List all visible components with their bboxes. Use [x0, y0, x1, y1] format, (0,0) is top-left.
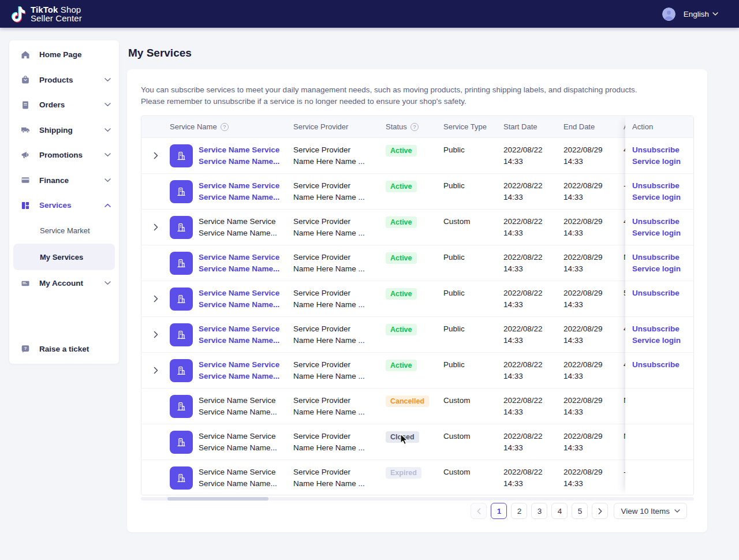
table-row: Service Name ServiceService Name Name...…	[141, 174, 693, 210]
service-login-link[interactable]: Service login	[632, 335, 693, 346]
row-expand-icon[interactable]	[151, 364, 161, 376]
row-expand-icon[interactable]	[151, 328, 161, 341]
user-avatar[interactable]	[662, 8, 675, 21]
sidebar-item-raise-a-ticket[interactable]: ? Raise a ticket	[9, 337, 119, 362]
service-provider-cell: Service ProviderName Here Name ...	[293, 317, 386, 352]
unsubscribe-link[interactable]: Unsubscribe	[632, 252, 693, 263]
sidebar-item-home-page[interactable]: Home Page	[9, 42, 119, 68]
chevron-down-icon	[674, 509, 680, 513]
horizontal-scrollbar-thumb[interactable]	[167, 497, 268, 501]
help-icon[interactable]: ?	[221, 123, 229, 131]
start-date-cell: 2022/08/2214:33	[503, 317, 563, 352]
unsubscribe-link[interactable]: Unsubscribe	[632, 144, 693, 156]
service-type-cell: Public	[443, 138, 503, 173]
pagination-next-button[interactable]	[592, 503, 608, 519]
unsubscribe-link[interactable]: Unsubscribe	[632, 323, 693, 335]
sidebar-item-finance[interactable]: Finance	[9, 168, 119, 193]
table-row: Service Name ServiceService Name Name...…	[141, 210, 693, 245]
chevron-icon	[104, 178, 111, 182]
col-service-provider: Service Provider	[293, 122, 348, 131]
page-description: You can subscribe services to meet your …	[141, 84, 662, 107]
start-date-cell: 2022/08/2214:33	[503, 424, 563, 460]
end-date-cell: 2022/08/2914:33	[563, 353, 624, 388]
logo-seller-center: Seller Center	[31, 13, 82, 23]
service-type-cell: Custom	[443, 389, 503, 424]
service-name-link[interactable]: Service Name ServiceService Name Name...	[199, 252, 279, 275]
service-name-link[interactable]: Service Name ServiceService Name Name...	[199, 359, 279, 382]
sidebar-item-label: Promotions	[39, 151, 104, 159]
sidebar-item-icon	[20, 100, 31, 110]
chevron-right-icon	[598, 508, 602, 514]
table-header-row: Service Name ? Service Provider Status ?…	[141, 116, 693, 138]
row-expand-icon[interactable]	[151, 150, 161, 162]
start-date-cell: 2022/08/2214:33	[503, 174, 563, 209]
status-badge: Active	[386, 145, 417, 156]
service-login-link[interactable]: Service login	[632, 192, 693, 203]
sidebar-nav: Home Page Products Orders Shipping Promo…	[9, 40, 119, 364]
pagination-page-3[interactable]: 3	[531, 503, 547, 519]
sidebar-item-icon	[20, 200, 31, 211]
sidebar-item-my-account[interactable]: My Account	[9, 271, 119, 296]
sidebar-item-shipping[interactable]: Shipping	[9, 118, 119, 143]
table-row: Service Name ServiceService Name Name...…	[141, 353, 693, 389]
sidebar-subitem-service-market[interactable]: Service Market	[9, 218, 119, 244]
status-badge: Active	[386, 181, 417, 192]
service-icon	[170, 180, 193, 203]
end-date-cell: 2022/08/2914:33	[563, 281, 624, 316]
table-row: Service Name ServiceService Name Name...…	[141, 245, 693, 281]
col-service-name: Service Name	[170, 122, 217, 131]
action-cell	[625, 460, 693, 495]
row-expand-icon[interactable]	[151, 221, 161, 233]
top-header-bar: TikTok Shop Seller Center English	[0, 0, 739, 28]
unsubscribe-link[interactable]: Unsubscribe	[632, 216, 693, 227]
service-provider-cell: Service ProviderName Here Name ...	[293, 460, 386, 495]
chevron-icon	[104, 203, 111, 207]
service-login-link[interactable]: Service login	[632, 227, 693, 239]
logo-text: TikTok Shop Seller Center	[31, 5, 82, 23]
service-type-cell: Public	[443, 317, 503, 352]
service-name-link[interactable]: Service Name ServiceService Name Name...	[199, 180, 279, 203]
sidebar-subitem-label: My Services	[40, 253, 83, 262]
unsubscribe-link[interactable]: Unsubscribe	[632, 288, 693, 299]
action-cell: UnsubscribeService login	[625, 138, 693, 174]
service-provider-cell: Service ProviderName Here Name ...	[293, 353, 386, 388]
action-cell: UnsubscribeService login	[625, 317, 693, 353]
pagination-page-1[interactable]: 1	[491, 503, 507, 519]
service-login-link[interactable]: Service login	[632, 156, 693, 167]
horizontal-scrollbar-track[interactable]	[141, 497, 694, 501]
language-label: English	[684, 10, 709, 18]
pagination-prev-button[interactable]	[471, 503, 487, 519]
chevron-icon	[104, 153, 111, 157]
unsubscribe-link[interactable]: Unsubscribe	[632, 359, 693, 371]
sidebar-item-orders[interactable]: Orders	[9, 92, 119, 118]
sidebar-subitem-my-services[interactable]: My Services	[13, 244, 115, 270]
language-selector[interactable]: English	[684, 10, 718, 18]
service-icon	[170, 216, 193, 239]
pagination-page-4[interactable]: 4	[551, 503, 568, 519]
service-name-link[interactable]: Service Name ServiceService Name Name...	[199, 144, 279, 167]
service-icon	[170, 252, 193, 275]
start-date-cell: 2022/08/2214:33	[503, 460, 563, 495]
row-expand-icon[interactable]	[151, 293, 161, 305]
sidebar-item-services[interactable]: Services	[9, 193, 119, 218]
service-icon	[170, 359, 193, 382]
pagination-page-5[interactable]: 5	[572, 503, 588, 519]
service-login-link[interactable]: Service login	[632, 263, 693, 275]
pagination-page-2[interactable]: 2	[511, 503, 527, 519]
page-size-selector[interactable]: View 10 Items	[614, 503, 687, 519]
service-name-link[interactable]: Service Name ServiceService Name Name...	[199, 323, 279, 346]
page-size-label: View 10 Items	[621, 507, 670, 516]
chevron-icon	[104, 281, 111, 285]
sidebar-item-promotions[interactable]: Promotions	[9, 143, 119, 168]
pagination: 12345 View 10 Items	[471, 503, 687, 519]
service-name-link[interactable]: Service Name ServiceService Name Name...	[199, 288, 279, 311]
end-date-cell: 2022/08/2914:33	[563, 210, 624, 245]
action-cell: Unsubscribe	[625, 353, 693, 389]
sidebar-item-products[interactable]: Products	[9, 68, 119, 93]
action-cell: UnsubscribeService login	[625, 245, 693, 281]
unsubscribe-link[interactable]: Unsubscribe	[632, 180, 693, 192]
sidebar-item-label: Shipping	[39, 126, 104, 135]
status-badge: Closed	[386, 431, 419, 443]
help-icon[interactable]: ?	[410, 123, 419, 131]
action-cell: UnsubscribeService login	[625, 210, 693, 245]
